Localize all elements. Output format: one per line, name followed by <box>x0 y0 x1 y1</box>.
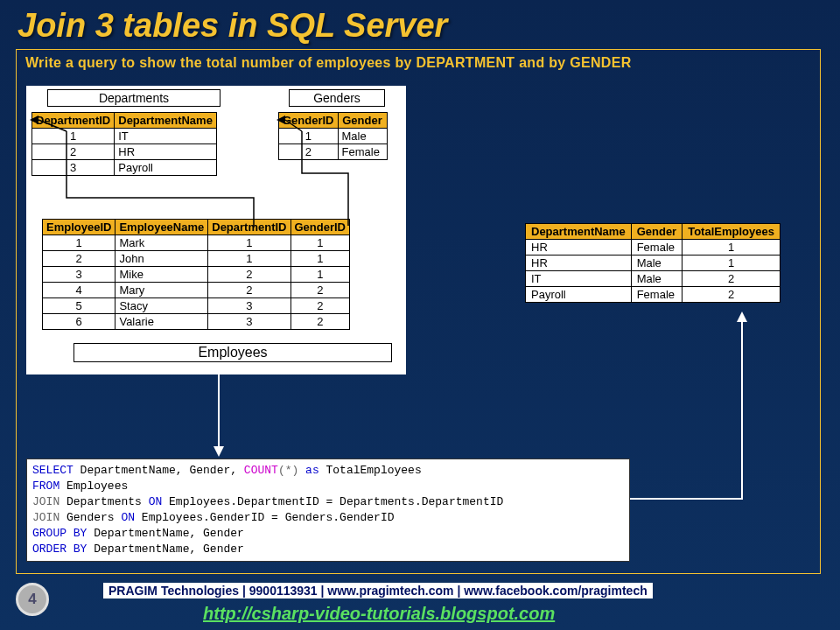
footer-link[interactable]: http://csharp-video-tutorials.blogspot.c… <box>203 604 555 624</box>
svg-marker-6 <box>737 312 747 322</box>
slide-title: Join 3 tables in SQL Server <box>0 0 840 50</box>
svg-marker-2 <box>276 116 285 124</box>
page-number-badge: 4 <box>16 583 49 616</box>
sql-query: SELECT DepartmentName, Gender, COUNT(*) … <box>26 458 630 562</box>
svg-line-1 <box>38 120 66 131</box>
arrow-result-icon <box>628 310 751 502</box>
svg-line-3 <box>285 120 302 131</box>
schema-diagram: Departments DepartmentIDDepartmentName 1… <box>26 86 406 374</box>
result-table: DepartmentNameGenderTotalEmployees HRFem… <box>525 223 780 303</box>
relationship-arrows <box>26 86 406 374</box>
footer-credits: PRAGIM Technologies | 9900113931 | www.p… <box>103 583 653 598</box>
svg-marker-5 <box>214 446 224 457</box>
subtitle: Write a query to show the total number o… <box>17 50 820 76</box>
arrow-down-icon <box>210 374 228 458</box>
svg-marker-0 <box>30 116 38 124</box>
